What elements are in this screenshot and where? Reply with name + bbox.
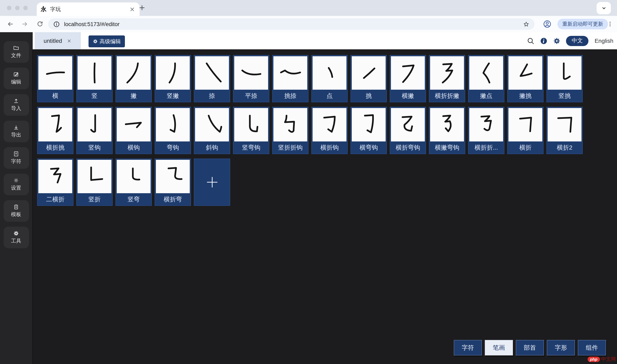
stroke-label: 横: [38, 90, 72, 102]
stroke-label: 横折挑: [38, 142, 72, 154]
stroke-card[interactable]: 横折折...: [468, 107, 504, 154]
stroke-label: 横折钩: [313, 142, 346, 154]
sidebar-item-export[interactable]: 导出: [3, 121, 29, 142]
stroke-card[interactable]: 竖钩: [76, 107, 113, 154]
stroke-label: 竖折: [78, 193, 111, 206]
category-tab[interactable]: 笔画: [485, 340, 513, 355]
stroke-glyph-wangou: [156, 108, 190, 142]
site-info-icon[interactable]: [53, 21, 60, 27]
sidebar-item-label: 设置: [11, 185, 21, 192]
stroke-card[interactable]: 撇点: [468, 55, 504, 102]
favicon: 永: [41, 5, 46, 13]
sidebar-item-import[interactable]: 导入: [3, 94, 29, 116]
sidebar-item-tools[interactable]: 工具: [3, 227, 29, 248]
category-tab[interactable]: 组件: [578, 340, 606, 355]
stroke-label: 撇点: [469, 90, 503, 102]
stroke-card[interactable]: 弯钩: [155, 107, 191, 154]
tab-search-button[interactable]: [597, 2, 611, 14]
stroke-label: 横折折撇: [430, 90, 464, 102]
settings-outline-icon: [13, 177, 19, 183]
stroke-card[interactable]: 挑: [351, 55, 387, 102]
sidebar-item-folder[interactable]: 文件: [3, 41, 29, 63]
sidebar-item-template[interactable]: 模板: [3, 200, 29, 222]
stroke-label: 捺: [195, 90, 229, 102]
sidebar-item-edit[interactable]: 编辑: [3, 68, 29, 89]
category-tab[interactable]: 字形: [547, 340, 575, 355]
sidebar-item-label: 导入: [11, 105, 21, 112]
category-tab[interactable]: 部首: [516, 340, 544, 355]
stroke-card[interactable]: 竖弯钩: [233, 107, 269, 154]
browser-tab[interactable]: 永 字玩: [37, 2, 139, 16]
address-bar[interactable]: localhost:5173/#/editor: [48, 18, 535, 30]
stroke-card[interactable]: 撇挑: [507, 55, 544, 102]
stroke-card[interactable]: 竖折: [76, 158, 113, 206]
add-stroke-card[interactable]: [194, 158, 230, 206]
stroke-card[interactable]: 横撇: [390, 55, 426, 102]
stroke-card[interactable]: 竖: [76, 55, 113, 102]
stroke-card[interactable]: 横撇弯钩: [429, 107, 465, 154]
back-icon[interactable]: [7, 20, 14, 28]
stroke-card[interactable]: 横折折撇: [429, 55, 465, 102]
update-chip-label: 重新启动即可更新: [562, 21, 603, 27]
window-zoom-button[interactable]: [23, 6, 28, 10]
edit-icon: [13, 71, 19, 78]
stroke-card[interactable]: 横折挑: [37, 107, 73, 154]
stroke-card[interactable]: 竖折折钩: [272, 107, 308, 154]
new-tab-icon[interactable]: [138, 4, 146, 12]
advanced-edit-button[interactable]: 高级编辑: [89, 36, 125, 47]
refresh-icon[interactable]: [36, 20, 44, 28]
stroke-card[interactable]: 横折弯钩: [390, 107, 426, 154]
profile-icon[interactable]: [543, 20, 552, 28]
stroke-glyph-shugou: [78, 108, 111, 142]
stroke-card[interactable]: 竖撇: [155, 55, 191, 102]
stroke-card[interactable]: 撇: [115, 55, 152, 102]
stroke-card[interactable]: 竖挑: [546, 55, 583, 102]
window-close-button[interactable]: [7, 6, 12, 10]
window-minimize-button[interactable]: [15, 6, 20, 10]
stroke-card[interactable]: 横折: [507, 107, 544, 154]
kebab-icon[interactable]: [606, 20, 614, 28]
stroke-card[interactable]: 横弯钩: [351, 107, 387, 154]
url-text[interactable]: localhost:5173/#/editor: [64, 21, 519, 27]
stroke-glyph-shuzhezhegou: [274, 108, 307, 142]
stroke-card[interactable]: 挑捺: [272, 55, 308, 102]
stroke-label: 横折弯: [156, 193, 190, 206]
info-icon[interactable]: [540, 37, 548, 45]
stroke-card[interactable]: 斜钩: [194, 107, 230, 154]
stroke-glyph-hengzhezhepie: [430, 56, 464, 90]
gear-icon[interactable]: [553, 37, 561, 45]
stroke-glyph-tiao: [352, 56, 386, 90]
close-icon[interactable]: [129, 6, 136, 13]
language-toggle-en[interactable]: English: [595, 38, 613, 44]
stroke-label: 横折: [508, 142, 542, 154]
sidebar-item-label: 模板: [11, 211, 21, 218]
gear-icon: [93, 39, 98, 44]
stroke-card[interactable]: 平捺: [233, 55, 269, 102]
stroke-card[interactable]: 横钩: [115, 107, 152, 154]
stroke-card[interactable]: 竖弯: [115, 158, 152, 206]
stroke-card[interactable]: 点: [311, 55, 348, 102]
category-tab[interactable]: 字符: [454, 340, 482, 355]
stroke-glyph-henggou: [117, 108, 151, 142]
stroke-card[interactable]: 捺: [194, 55, 230, 102]
category-tabs: 字符笔画部首字形组件: [454, 340, 606, 355]
sidebar-item-label: 文件: [11, 52, 21, 59]
star-icon[interactable]: [523, 21, 530, 27]
stroke-label: 撇: [117, 90, 151, 102]
stroke-card[interactable]: 二横折: [37, 158, 73, 206]
stroke-card[interactable]: 横折钩: [311, 107, 348, 154]
update-chip[interactable]: 重新启动即可更新: [557, 19, 608, 29]
sidebar-item-label: 字符: [11, 158, 21, 165]
sidebar-item-settings-outline[interactable]: 设置: [3, 174, 29, 195]
language-toggle-zh[interactable]: 中文: [566, 36, 589, 46]
stroke-glyph-hengzhegou: [313, 108, 346, 142]
document-tab[interactable]: untitled: [35, 32, 81, 49]
close-icon[interactable]: [67, 38, 72, 43]
sidebar-item-characters[interactable]: 字符: [3, 147, 29, 169]
stroke-card[interactable]: 横折弯: [155, 158, 191, 206]
stroke-card[interactable]: 横: [37, 55, 73, 102]
stroke-card[interactable]: 横折2: [546, 107, 583, 154]
window-controls[interactable]: [7, 6, 28, 10]
search-icon[interactable]: [527, 37, 535, 45]
forward-icon[interactable]: [21, 20, 28, 28]
